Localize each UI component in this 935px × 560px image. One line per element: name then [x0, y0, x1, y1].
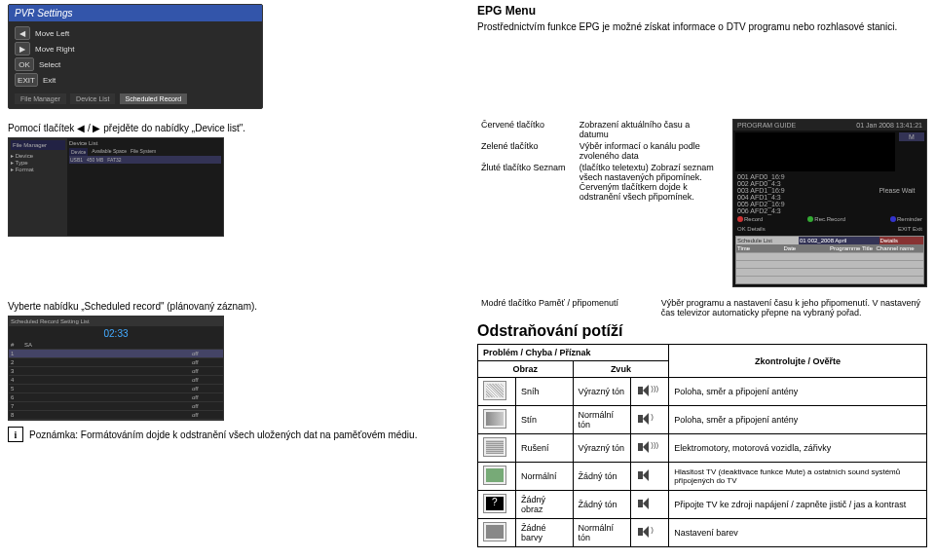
r2-sound: Výrazný tón [573, 434, 631, 463]
pvr-row-right: ▶ Move Right [15, 41, 256, 56]
r1-check: Poloha, směr a připojení antény [669, 406, 927, 434]
pvr-tab-device: Device List [70, 93, 115, 104]
red-desc: Zobrazení aktuálního času a datumu [576, 119, 723, 140]
pvr-tab-file: File Manager [15, 93, 66, 104]
pg-st-col2: Programme Title [830, 245, 877, 251]
r3-image: Normální [516, 463, 574, 491]
epg-color-table: Červené tlačítko Zobrazení aktuálního ča… [477, 119, 723, 203]
speaker-normal-icon [636, 411, 657, 427]
pg-ch-2: 003 AFD1_16:9 [733, 187, 868, 194]
pg-st-col3: Channel name [877, 245, 923, 251]
pg-ch-0: 001 AFD0_16:9 [733, 173, 868, 180]
pg-leg-remind: Reminder [897, 216, 922, 222]
device-list-hint: Pomocí tlačítek ◀ / ▶ přejděte do nabídk… [8, 123, 458, 133]
r4-check: Připojte TV ke zdroji napájení / zapněte… [669, 491, 927, 519]
left-arrow-icon: ◀ [15, 26, 30, 40]
troubleshoot-table: Problém / Chyba / Příznak Zkontrolujte /… [477, 344, 927, 547]
r0-image: Sníh [516, 378, 574, 406]
speaker-loud-icon [636, 383, 657, 398]
pvr-select: Select [39, 60, 60, 69]
r4-sound: Žádný tón [573, 491, 631, 519]
pg-leg-ok: OK Details [737, 226, 766, 232]
green-desc: Výběr informací o kanálu podle zvoleného… [576, 140, 723, 162]
info-note: Poznámka: Formátováním dojde k odstraněn… [29, 429, 417, 440]
info-icon: i [8, 427, 23, 442]
th-check: Zkontrolujte / Ověřte [669, 345, 927, 378]
pg-ch-3: 004 AFD1_4:3 [733, 194, 868, 201]
pg-datetime: 01 Jan 2008 13:41:21 [856, 122, 922, 129]
r2-image: Rušení [516, 434, 574, 463]
pvr-row-ok: OK Select [15, 56, 256, 72]
pvr-move-left: Move Left [35, 29, 69, 38]
ok-key-icon: OK [15, 57, 34, 71]
yellow-label: Žluté tlačítko Seznam [477, 162, 576, 203]
th-sound: Zvuk [573, 361, 669, 378]
table-row: Rušení Výrazný tón Elektromotory, motoro… [478, 434, 927, 463]
speaker-normal2-icon [636, 524, 657, 540]
r0-sound: Výrazný tón [573, 378, 631, 406]
r5-check: Nastavení barev [669, 519, 927, 547]
device-list-screenshot: File Manager ▸ Device ▸ Type ▸ Format De… [8, 137, 224, 237]
program-guide-screenshot: PROGRAM GUIDE 01 Jan 2008 13:41:21 M 001… [732, 119, 927, 287]
pg-st-col0: Time [737, 245, 784, 251]
pg-ch-4: 005 AFD2_16:9 [733, 201, 868, 207]
pg-title: PROGRAM GUIDE [737, 122, 796, 129]
red-label: Červené tlačítko [477, 119, 576, 140]
blue-label: Modré tlačítko Paměť / připomenutí [477, 297, 657, 318]
yellow-desc: (tlačítko teletextu) Zobrazí seznam všec… [576, 162, 723, 203]
pg-please-wait: Please Wait [879, 187, 915, 194]
pvr-row-left: ◀ Move Left [15, 25, 256, 41]
srl-screenshot: Scheduled Record Setting List 02:33 #SA … [8, 316, 224, 421]
r5-image: Žádné barvy [516, 519, 574, 547]
epg-description: Prostřednictvím funkce EPG je možné získ… [477, 21, 927, 32]
pg-ch-1: 002 AFD0_4:3 [733, 180, 868, 187]
r4-image: Žádný obraz [516, 491, 574, 519]
troubleshoot-heading: Odstraňování potíží [477, 322, 927, 340]
tv-normal-icon [483, 466, 506, 485]
r3-check: Hlasitost TV (deaktivace funkce Mute) a … [669, 463, 927, 491]
tv-noise-icon [483, 437, 506, 457]
tv-nocolor-icon [483, 522, 506, 541]
r2-check: Elektromotory, motorová vozidla, zářivky [669, 434, 927, 463]
tv-black-icon: ? [483, 494, 506, 513]
pg-st-col1: Date [784, 245, 831, 251]
table-row: Sníh Výrazný tón Poloha, směr a připojen… [478, 378, 927, 406]
epg-heading: EPG Menu [477, 4, 927, 18]
tv-snow-icon [483, 381, 506, 400]
pvr-tab-record: Scheduled Record [120, 93, 188, 104]
table-row: ? Žádný obraz Žádný tón Připojte TV ke z… [478, 491, 927, 519]
tv-shadow-icon [483, 409, 506, 429]
table-row: Normální Žádný tón Hlasitost TV (deaktiv… [478, 463, 927, 491]
pg-leg-recrecord: Rec.Record [814, 216, 845, 222]
pg-movie: M [899, 132, 924, 141]
pg-st-tab0: Schedule List [736, 237, 799, 244]
pg-st-tab1: 01 002_2008 April [799, 237, 879, 244]
speaker-none2-icon [636, 496, 657, 511]
table-row: Stín Normální tón Poloha, směr a připoje… [478, 406, 927, 434]
speaker-none-icon [636, 467, 657, 483]
r1-image: Stín [516, 406, 574, 434]
pvr-title: PVR Settings [9, 5, 262, 21]
speaker-loud2-icon [636, 439, 657, 455]
pg-leg-record: Record [744, 216, 763, 222]
pg-st-tab2: Details [879, 237, 923, 244]
r5-sound: Normální tón [573, 519, 631, 547]
th-image: Obraz [478, 361, 574, 378]
blue-desc: Výběr programu a nastavení času k jeho p… [657, 297, 927, 318]
pvr-row-exit: EXIT Exit [15, 72, 256, 88]
pg-leg-exit: EXIT Exit [898, 226, 922, 232]
pvr-exit: Exit [43, 76, 56, 85]
th-problem: Problém / Chyba / Příznak [478, 345, 669, 361]
green-label: Zelené tlačítko [477, 140, 576, 162]
r0-check: Poloha, směr a připojení antény [669, 378, 927, 406]
table-row: Žádné barvy Normální tón Nastavení barev [478, 519, 927, 547]
exit-key-icon: EXIT [15, 73, 38, 87]
pg-ch-5: 006 AFD2_4:3 [733, 207, 868, 214]
pvr-move-right: Move Right [35, 45, 74, 54]
r1-sound: Normální tón [573, 406, 631, 434]
sched-record-hint: Vyberte nabídku „Scheduled record" (plán… [8, 301, 458, 312]
pvr-settings-screenshot: PVR Settings ◀ Move Left ▶ Move Right OK… [8, 4, 263, 109]
right-arrow-icon: ▶ [15, 42, 30, 56]
r3-sound: Žádný tón [573, 463, 631, 491]
